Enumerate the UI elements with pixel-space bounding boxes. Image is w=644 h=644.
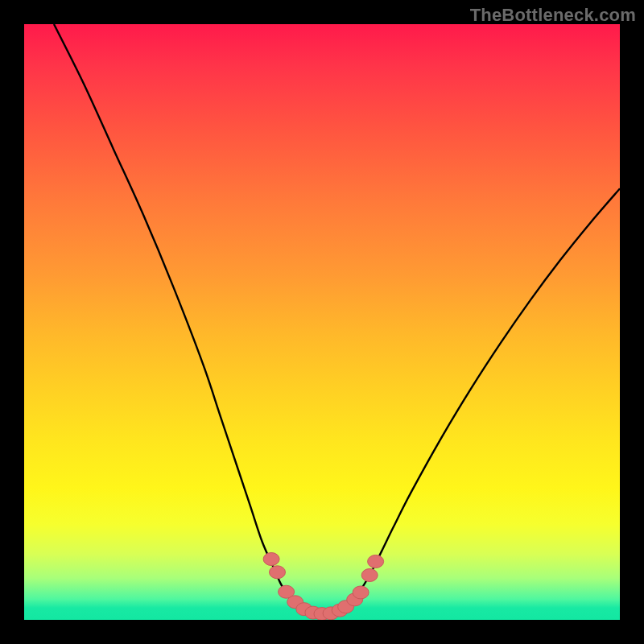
- curve-marker: [263, 553, 279, 566]
- curve-marker: [353, 586, 369, 599]
- plot-area: [24, 24, 620, 620]
- curve-marker: [361, 569, 378, 582]
- watermark-text: TheBottleneck.com: [470, 5, 636, 26]
- curve-marker: [368, 555, 384, 568]
- curve-svg: [24, 24, 620, 620]
- bottleneck-curve: [54, 24, 620, 614]
- curve-marker: [270, 566, 286, 579]
- chart-frame: TheBottleneck.com: [0, 0, 644, 644]
